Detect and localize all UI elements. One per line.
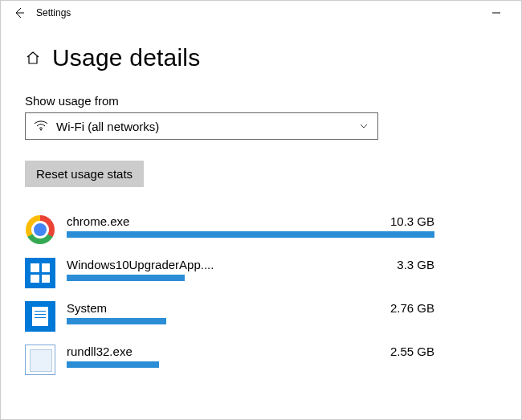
app-usage: 2.55 GB: [390, 345, 434, 358]
chevron-down-icon: [358, 120, 369, 132]
svg-point-0: [40, 128, 42, 130]
app-icon-chrome: [25, 214, 55, 245]
window-title: Settings: [31, 7, 71, 18]
usage-bar: [67, 275, 185, 281]
title-bar: Settings: [1, 1, 521, 25]
content-area: Usage details Show usage from Wi-Fi (all…: [1, 25, 521, 375]
page-title: Usage details: [52, 44, 200, 71]
usage-bar: [67, 318, 166, 324]
app-row: chrome.exe 10.3 GB: [25, 214, 434, 245]
app-usage-list: chrome.exe 10.3 GB Windows10UpgraderApp.…: [25, 214, 434, 375]
app-usage: 10.3 GB: [390, 214, 434, 228]
app-name: rundll32.exe: [67, 345, 133, 358]
home-icon[interactable]: [25, 50, 41, 66]
app-usage: 2.76 GB: [390, 301, 434, 315]
app-name: Windows10UpgraderApp....: [67, 258, 214, 271]
reset-usage-button[interactable]: Reset usage stats: [25, 161, 144, 187]
app-icon-system: [25, 301, 55, 332]
dropdown-value: Wi-Fi (all networks): [56, 120, 350, 133]
usage-bar: [67, 231, 434, 238]
app-row: Windows10UpgraderApp.... 3.3 GB: [25, 258, 434, 288]
usage-bar: [67, 361, 159, 368]
page-header: Usage details: [25, 44, 497, 71]
app-usage: 3.3 GB: [397, 258, 434, 271]
minimize-button[interactable]: [478, 1, 515, 25]
app-icon-file: [25, 345, 55, 375]
wifi-icon: [34, 120, 48, 133]
app-row: rundll32.exe 2.55 GB: [25, 345, 434, 375]
back-button[interactable]: [7, 6, 31, 19]
app-icon-windows: [25, 258, 55, 288]
app-name: chrome.exe: [67, 214, 129, 228]
app-name: System: [67, 301, 107, 315]
app-row: System 2.76 GB: [25, 301, 434, 332]
network-dropdown[interactable]: Wi-Fi (all networks): [25, 112, 378, 140]
filter-label: Show usage from: [25, 94, 497, 108]
